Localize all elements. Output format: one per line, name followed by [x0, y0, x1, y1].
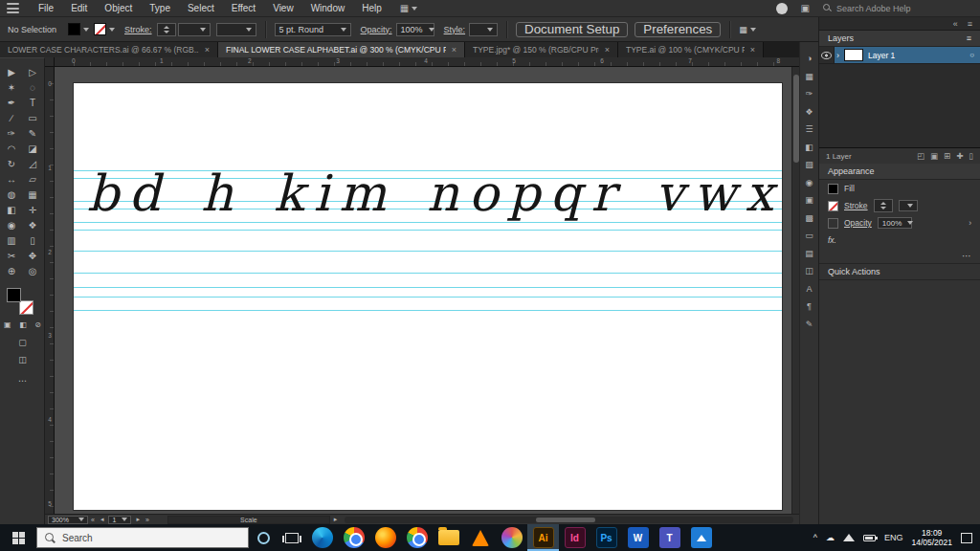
panel-icon[interactable]: ✎ [806, 320, 813, 329]
taskbar-word-icon[interactable]: W [622, 524, 654, 551]
menu-item[interactable]: Select [179, 0, 223, 17]
taskbar-chrome2-icon[interactable] [401, 524, 433, 551]
taskbar-photos-icon[interactable] [685, 524, 717, 551]
guide-line[interactable] [74, 230, 782, 231]
panel-menu-icon[interactable]: ≡ [967, 33, 971, 43]
status-play-icon[interactable]: ▸ [334, 516, 338, 523]
help-search[interactable]: Search Adobe Help [823, 4, 967, 13]
taskbar-teams-icon[interactable]: T [654, 524, 685, 551]
taskbar-paint-icon[interactable] [496, 524, 527, 551]
tool-icon[interactable]: ▶ [2, 64, 21, 79]
account-avatar[interactable] [776, 3, 788, 14]
stroke-swatch[interactable] [828, 201, 838, 211]
guide-line[interactable] [74, 222, 782, 223]
app-menu-icon[interactable] [7, 3, 19, 13]
tool-icon[interactable]: ◍ [2, 187, 21, 202]
draw-mode-icon[interactable]: ▢ [0, 338, 45, 347]
scrollbar-thumb[interactable] [536, 518, 595, 522]
stroke-weight-stepper[interactable] [874, 199, 893, 212]
language-indicator[interactable]: ENG [884, 533, 903, 542]
document-setup-button[interactable]: Document Setup [516, 22, 628, 37]
panel-icon[interactable]: ▨ [805, 160, 813, 169]
opacity-dropdown[interactable]: 100% [396, 23, 434, 36]
tool-icon[interactable]: ◠ [2, 141, 21, 156]
tool-icon[interactable]: ◿ [23, 156, 42, 171]
dock-menu-icon[interactable]: ≡ [968, 19, 972, 29]
guide-line[interactable] [74, 273, 782, 274]
selected-layer[interactable]: › Layer 1 ○ [835, 47, 980, 63]
document-tab[interactable]: TYPE.jpg* @ 150 % (RGB/CPU Previe... × [465, 42, 618, 57]
tool-icon[interactable]: ↻ [2, 156, 21, 171]
layer-thumbnail[interactable] [844, 49, 863, 61]
tool-icon[interactable]: ✒ [2, 95, 21, 110]
panel-icon[interactable]: ¶ [807, 301, 812, 311]
layers-action-icon[interactable]: ▣ [930, 151, 938, 161]
zoom-level-dropdown[interactable]: 300% [48, 516, 88, 524]
panel-icon[interactable]: A [806, 284, 812, 294]
menu-item[interactable]: Type [141, 0, 179, 17]
battery-icon[interactable] [863, 535, 876, 541]
workspace-switcher-icon[interactable]: ▦ [400, 3, 417, 13]
color-mode-icon[interactable]: ⊘ [34, 320, 41, 329]
tool-icon[interactable]: ▭ [23, 110, 42, 125]
collapse-panels-icon[interactable]: « [953, 19, 958, 29]
taskbar-search-box[interactable]: Search [36, 527, 249, 548]
panel-icon[interactable]: ❖ [805, 107, 813, 117]
canvas-pasteboard[interactable]: bd h kim nopqr vwx [55, 67, 791, 514]
tool-icon[interactable]: ▷ [23, 64, 42, 79]
panel-icon[interactable]: ◑ [807, 54, 812, 63]
menu-item[interactable]: Edit [62, 0, 96, 17]
appearance-fx-row[interactable]: fx. [819, 231, 980, 249]
tool-icon[interactable]: ▥ [2, 232, 21, 248]
appearance-fill-row[interactable]: Fill [819, 180, 980, 197]
toolbar-overflow-icon[interactable]: ⋯ [0, 376, 45, 386]
tool-icon[interactable]: ✛ [23, 202, 42, 217]
tool-icon[interactable]: ∕ [2, 110, 21, 125]
stroke-link[interactable]: Stroke: [124, 25, 152, 34]
taskbar-photoshop-icon[interactable]: Ps [590, 524, 622, 551]
tool-icon[interactable]: ◪ [23, 141, 42, 156]
taskbar-indesign-icon[interactable]: Id [559, 524, 590, 551]
menu-item[interactable]: Effect [223, 0, 264, 17]
taskbar-chrome-icon[interactable] [338, 524, 369, 551]
panel-icon[interactable]: ☰ [805, 124, 813, 134]
taskbar-edge-icon[interactable] [306, 524, 338, 551]
panel-icon[interactable]: ▤ [805, 249, 813, 258]
task-view-button[interactable] [278, 524, 306, 551]
quick-actions-panel-header[interactable]: Quick Actions [819, 264, 980, 280]
tool-icon[interactable]: T [23, 95, 42, 110]
taskbar-clock[interactable]: 18:09 14/05/2021 [911, 528, 952, 547]
color-mode-icon[interactable]: ▣ [4, 320, 11, 329]
panel-icon[interactable]: ▣ [805, 195, 813, 205]
next-artboard-button[interactable]: ▸ [136, 516, 140, 523]
tool-icon[interactable]: ◎ [23, 263, 42, 278]
align-options-icon[interactable]: ▦ [739, 25, 747, 34]
tool-icon[interactable]: ◉ [2, 217, 21, 232]
alphabet-lettering-artwork[interactable]: bd h kim nopqr vwx [87, 168, 791, 218]
taskbar-firefox-icon[interactable] [369, 524, 401, 551]
close-tab-icon[interactable]: × [452, 45, 457, 55]
panel-icon[interactable]: ▦ [805, 72, 813, 81]
layer-name[interactable]: Layer 1 [868, 51, 965, 60]
tool-icon[interactable]: ▯ [23, 232, 42, 248]
screen-mode-icon[interactable]: ◫ [0, 355, 45, 364]
panel-icon[interactable]: ◧ [805, 143, 813, 152]
cortana-button[interactable] [249, 524, 278, 551]
guide-line[interactable] [74, 310, 782, 311]
opacity-link[interactable]: Opacity: [361, 25, 392, 34]
close-tab-icon[interactable]: × [205, 45, 210, 55]
panel-icon[interactable]: ◫ [805, 266, 813, 276]
overflow-icon[interactable]: ⋯ [962, 251, 971, 261]
first-artboard-button[interactable]: « [91, 517, 95, 523]
appearance-stroke-label[interactable]: Stroke [844, 201, 868, 210]
vertical-ruler[interactable]: 012345 [45, 67, 55, 514]
panel-icon[interactable]: ▩ [805, 213, 813, 223]
appearance-opacity-dropdown[interactable]: 100% [878, 217, 912, 229]
variable-width-dropdown[interactable] [216, 23, 256, 36]
document-tab[interactable]: TYPE.ai @ 100 % (CMYK/CPU Previe... × [618, 42, 764, 57]
stroke-weight-dropdown[interactable] [178, 23, 211, 36]
close-tab-icon[interactable]: × [605, 45, 610, 55]
tool-icon[interactable]: ↔ [2, 171, 21, 187]
previous-artboard-button[interactable]: ◂ [100, 516, 104, 523]
layers-action-icon[interactable]: ✚ [956, 151, 963, 161]
